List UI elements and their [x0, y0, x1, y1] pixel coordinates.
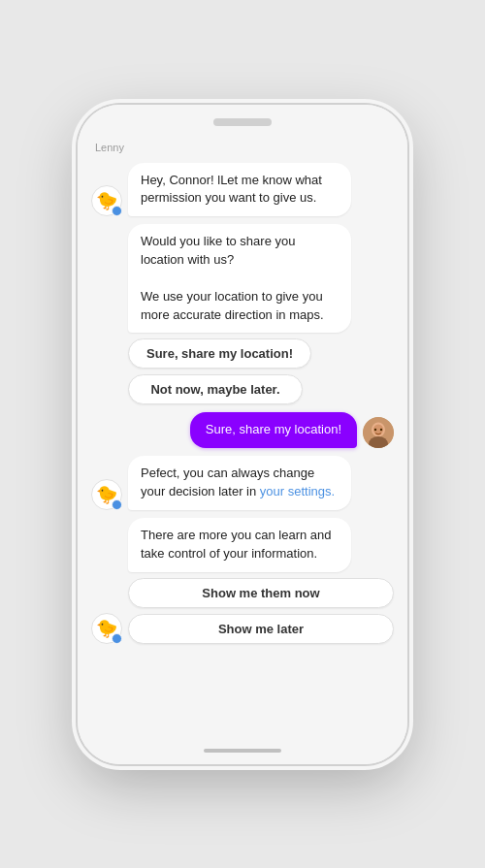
user-bubble-1: Sure, share my location!: [190, 412, 357, 448]
btn-share-location[interactable]: Sure, share my location!: [128, 338, 311, 369]
chat-screen[interactable]: Lenny 🐤 Hey, Connor! lLet me know what p…: [78, 132, 407, 737]
bot-name-label: Lenny: [95, 142, 394, 153]
settings-link[interactable]: your settings.: [260, 484, 335, 498]
bot-bubble-2: Would you like to share you location wit…: [128, 224, 351, 333]
bot-avatar-3: 🐤: [91, 613, 122, 644]
phone-shell: Lenny 🐤 Hey, Connor! lLet me know what p…: [78, 105, 407, 764]
btn-not-now[interactable]: Not now, maybe later.: [128, 374, 303, 404]
message-group-3: Sure, share my location!: [91, 412, 394, 448]
bot-bubble-1: Hey, Connor! lLet me know what permissio…: [128, 163, 351, 217]
bot-bubble-3: Pefect, you can always change your decis…: [128, 456, 351, 510]
home-indicator: [204, 749, 281, 753]
phone-notch: [213, 118, 272, 126]
bot-badge-1: [112, 206, 122, 216]
bot-badge-3: [112, 633, 122, 644]
svg-point-4: [374, 429, 376, 431]
bot-avatar-2: 🐤: [91, 479, 122, 510]
user-avatar: [363, 417, 394, 448]
bot-avatar-1: 🐤: [91, 185, 122, 216]
user-avatar-svg: [363, 417, 394, 448]
message-group-5: 🐤 There are more you can learn and take …: [91, 518, 394, 644]
btn-show-later[interactable]: Show me later: [128, 614, 394, 644]
bot-messages-col-3: There are more you can learn and take co…: [128, 518, 394, 644]
bot-badge-2: [112, 499, 122, 510]
message-group-4: 🐤 Pefect, you can always change your dec…: [91, 456, 394, 510]
btn-show-now[interactable]: Show me them now: [128, 578, 394, 608]
bot-messages-col-1: Hey, Connor! lLet me know what permissio…: [128, 163, 394, 217]
svg-point-5: [380, 429, 382, 431]
bot-bubble-4: There are more you can learn and take co…: [128, 518, 351, 572]
message-group-2: Would you like to share you location wit…: [128, 224, 394, 404]
phone-top-bar: [78, 105, 407, 132]
message-group-1: 🐤 Hey, Connor! lLet me know what permiss…: [91, 163, 394, 217]
phone-bottom-bar: [78, 737, 407, 764]
bot-messages-col-2: Pefect, you can always change your decis…: [128, 456, 394, 510]
